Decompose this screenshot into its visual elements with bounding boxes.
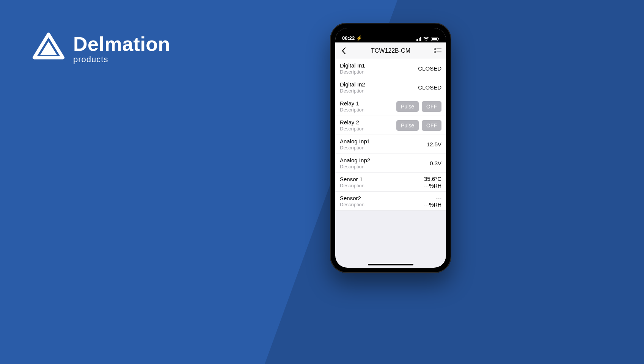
svg-rect-5 xyxy=(432,38,437,40)
row-label: Relay 2 xyxy=(340,119,364,126)
list-item: Digital In1DescriptionCLOSED xyxy=(335,59,446,78)
list-item: Relay 2DescriptionPulseOFF xyxy=(335,116,446,135)
nav-title: TCW122B-CM xyxy=(371,47,410,54)
row-value: --- xyxy=(436,195,441,201)
phone-notch xyxy=(362,28,419,37)
signal-icon xyxy=(416,37,421,41)
readings-list: Digital In1DescriptionCLOSEDDigital In2D… xyxy=(335,59,446,211)
svg-rect-9 xyxy=(434,51,435,53)
chevron-left-icon xyxy=(341,47,346,55)
row-description: Description xyxy=(340,88,365,94)
row-description: Description xyxy=(340,164,370,169)
row-value: 35.6°C xyxy=(424,176,441,182)
list-item: Sensor 1Description35.6°C---%RH xyxy=(335,173,446,192)
phone-frame: 08:22 ⚡ TCW122B-CM xyxy=(330,23,451,273)
brand-subtitle: products xyxy=(73,55,170,64)
row-value: 12.5V xyxy=(427,141,441,147)
row-label: Digital In1 xyxy=(340,62,365,69)
brand-name: Delmation xyxy=(73,33,170,55)
row-description: Description xyxy=(340,202,364,207)
row-value-secondary: ---%RH xyxy=(424,183,441,189)
row-label: Digital In2 xyxy=(340,81,365,88)
list-options-button[interactable] xyxy=(433,48,442,54)
svg-rect-3 xyxy=(420,37,421,41)
home-indicator xyxy=(368,264,413,265)
list-item: Digital In2DescriptionCLOSED xyxy=(335,78,446,97)
battery-icon xyxy=(431,37,439,41)
row-description: Description xyxy=(340,145,370,151)
row-description: Description xyxy=(340,126,364,132)
row-description: Description xyxy=(340,183,364,188)
row-label: Sensor 1 xyxy=(340,176,364,182)
svg-rect-0 xyxy=(416,39,417,41)
nav-bar: TCW122B-CM xyxy=(335,42,446,59)
svg-rect-7 xyxy=(434,48,435,50)
row-label: Sensor2 xyxy=(340,195,364,201)
off-button[interactable]: OFF xyxy=(422,101,441,112)
list-options-icon xyxy=(434,48,441,54)
list-item: Analog Inp1Description12.5V xyxy=(335,135,446,154)
phone-screen: 08:22 ⚡ TCW122B-CM xyxy=(335,28,446,268)
list-item: Sensor2Description------%RH xyxy=(335,192,446,211)
wifi-icon xyxy=(423,37,429,41)
row-description: Description xyxy=(340,69,365,75)
svg-rect-1 xyxy=(417,39,418,41)
row-value-secondary: ---%RH xyxy=(424,202,441,208)
pulse-button[interactable]: Pulse xyxy=(396,120,419,131)
row-value: 0.3V xyxy=(430,160,441,166)
off-button[interactable]: OFF xyxy=(422,120,441,131)
row-label: Relay 1 xyxy=(340,100,364,107)
svg-rect-2 xyxy=(419,38,420,41)
row-value: CLOSED xyxy=(418,84,441,91)
row-description: Description xyxy=(340,107,364,113)
list-item: Analog Inp2Description0.3V xyxy=(335,154,446,173)
delmation-logo-icon xyxy=(32,32,65,65)
background-wedge xyxy=(265,0,644,364)
svg-rect-6 xyxy=(438,38,439,40)
row-value: CLOSED xyxy=(418,65,441,72)
brand-block: Delmation products xyxy=(32,32,170,65)
pulse-button[interactable]: Pulse xyxy=(396,101,419,112)
status-time: 08:22 ⚡ xyxy=(342,35,362,41)
list-item: Relay 1DescriptionPulseOFF xyxy=(335,97,446,116)
row-label: Analog Inp1 xyxy=(340,138,370,144)
row-label: Analog Inp2 xyxy=(340,157,370,163)
back-button[interactable] xyxy=(339,47,348,55)
